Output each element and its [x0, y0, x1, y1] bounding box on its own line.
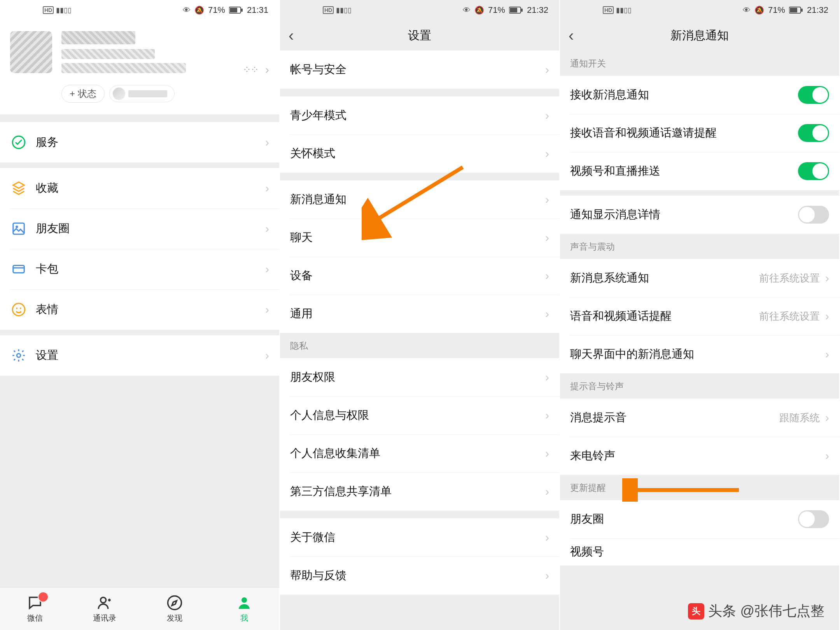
toggle[interactable]: [798, 206, 829, 224]
row-friend-perm[interactable]: 朋友权限 ›: [280, 358, 559, 396]
menu-label: 服务: [36, 135, 265, 150]
row-chat-page-notif[interactable]: 聊天界面中的新消息通知 ›: [560, 335, 839, 373]
row-value: 前往系统设置: [759, 310, 820, 323]
row-third-party-list[interactable]: 第三方信息共享清单 ›: [280, 472, 559, 511]
svg-point-8: [16, 308, 18, 309]
row-about[interactable]: 关于微信 ›: [280, 518, 559, 556]
avatar[interactable]: [10, 31, 52, 73]
toggle[interactable]: [798, 162, 829, 180]
tab-chats[interactable]: 微信: [0, 588, 70, 630]
chevron-right-icon: ›: [825, 271, 829, 285]
row-label: 个人信息与权限: [290, 408, 545, 423]
nav-header: ‹ 设置: [280, 20, 559, 51]
svg-rect-4: [13, 223, 24, 234]
row-label: 关怀模式: [290, 146, 545, 161]
row-voip-remind[interactable]: 语音和视频通话提醒 前往系统设置 ›: [560, 297, 839, 335]
chevron-right-icon: ›: [825, 449, 829, 462]
chevron-right-icon: ›: [265, 262, 269, 276]
row-label: 视频号和直播推送: [570, 163, 798, 179]
menu-settings[interactable]: 设置 ›: [0, 335, 279, 376]
chevron-right-icon: ›: [545, 569, 549, 582]
back-button[interactable]: ‹: [289, 28, 294, 43]
qr-icon[interactable]: ⁘⁘: [243, 64, 258, 76]
menu-cards[interactable]: 卡包 ›: [0, 249, 279, 289]
watermark: 头 头条 @张伟七点整: [688, 602, 824, 621]
eye-icon: 👁: [463, 6, 471, 15]
row-label: 设备: [290, 268, 545, 284]
screen-me: HD ▮▮▯▯ 👁 🔕 71% 21:31 ⁘⁘ › + 状态: [0, 0, 280, 630]
row-label: 聊天: [290, 230, 545, 245]
row-label: 视频号: [570, 544, 829, 560]
row-label: 帮助与反馈: [290, 568, 545, 583]
chevron-right-icon: ›: [545, 485, 549, 498]
toggle[interactable]: [798, 510, 829, 528]
status-pill[interactable]: + 状态: [61, 85, 105, 103]
row-update-channel[interactable]: 视频号: [560, 538, 839, 565]
hd-icon: HD: [323, 6, 334, 14]
row-personal-info-list[interactable]: 个人信息收集清单 ›: [280, 434, 559, 472]
menu-favorites[interactable]: 收藏 ›: [0, 168, 279, 208]
row-label: 接收语音和视频通话邀请提醒: [570, 125, 798, 141]
menu-moments[interactable]: 朋友圈 ›: [0, 208, 279, 249]
profile-name-blur: [61, 31, 135, 44]
tab-label: 发现: [167, 613, 182, 623]
row-label: 帐号与安全: [290, 62, 545, 77]
status-pill-friend[interactable]: [109, 85, 175, 102]
tab-discover[interactable]: 发现: [140, 588, 210, 630]
toggle[interactable]: [798, 124, 829, 142]
row-label: 青少年模式: [290, 108, 545, 123]
profile-card[interactable]: ⁘⁘ › + 状态: [0, 20, 279, 114]
row-device[interactable]: 设备 ›: [280, 257, 559, 295]
row-personal-info-perm[interactable]: 个人信息与权限 ›: [280, 396, 559, 434]
row-update-moments[interactable]: 朋友圈: [560, 500, 839, 538]
svg-point-11: [101, 597, 106, 603]
row-general[interactable]: 通用 ›: [280, 295, 559, 333]
tab-label: 微信: [27, 613, 43, 623]
row-label: 消息提示音: [570, 410, 779, 425]
section-update: 更新提醒: [560, 475, 839, 500]
menu-label: 设置: [36, 348, 265, 363]
menu-services[interactable]: 服务 ›: [0, 122, 279, 163]
row-account-security[interactable]: 帐号与安全 ›: [280, 51, 559, 89]
chevron-right-icon: ›: [545, 371, 549, 384]
tab-contacts[interactable]: 通讯录: [70, 588, 140, 630]
services-icon: [10, 134, 27, 151]
friend-avatar-icon: [113, 88, 125, 100]
chevron-right-icon: ›: [545, 193, 549, 206]
status-bar: HD ▮▮▯▯ 👁 🔕 71% 21:31: [0, 0, 279, 20]
row-notifications[interactable]: 新消息通知 ›: [280, 180, 559, 219]
row-sys-notif[interactable]: 新消息系统通知 前往系统设置 ›: [560, 259, 839, 297]
row-receive-voip[interactable]: 接收语音和视频通话邀请提醒: [560, 114, 839, 152]
row-label: 通知显示消息详情: [570, 207, 798, 222]
status-bar: HD ▮▮▯▯ 👁 🔕 71% 21:32: [560, 0, 839, 20]
row-label: 接收新消息通知: [570, 87, 798, 103]
profile-line-blur: [61, 63, 186, 73]
back-button[interactable]: ‹: [569, 28, 574, 43]
svg-rect-1: [230, 8, 237, 12]
row-msg-tone[interactable]: 消息提示音 跟随系统 ›: [560, 399, 839, 437]
toggle[interactable]: [798, 86, 829, 104]
signal-icon: ▮▮▯▯: [616, 6, 632, 14]
row-show-detail[interactable]: 通知显示消息详情: [560, 196, 839, 234]
row-youth-mode[interactable]: 青少年模式 ›: [280, 96, 559, 135]
row-receive-new-msg[interactable]: 接收新消息通知: [560, 76, 839, 114]
row-help[interactable]: 帮助与反馈 ›: [280, 556, 559, 595]
menu-label: 卡包: [36, 261, 265, 277]
page-title: 设置: [408, 28, 431, 44]
row-value: 跟随系统: [779, 411, 820, 425]
status-time: 21:32: [807, 5, 828, 15]
row-channel-push[interactable]: 视频号和直播推送: [560, 152, 839, 190]
eye-icon: 👁: [183, 6, 191, 15]
chevron-right-icon: ›: [265, 349, 269, 362]
chevron-right-icon: ›: [545, 531, 549, 544]
svg-rect-6: [13, 266, 24, 273]
favorites-icon: [10, 180, 27, 197]
status-bar: HD ▮▮▯▯ 👁 🔕 71% 21:32: [280, 0, 559, 20]
mute-icon: 🔕: [754, 5, 764, 15]
menu-stickers[interactable]: 表情 ›: [0, 289, 279, 330]
row-chat[interactable]: 聊天 ›: [280, 219, 559, 257]
tab-me[interactable]: 我: [210, 588, 280, 630]
section-sound: 声音与震动: [560, 234, 839, 259]
row-care-mode[interactable]: 关怀模式 ›: [280, 135, 559, 173]
row-call-ring[interactable]: 来电铃声 ›: [560, 437, 839, 475]
